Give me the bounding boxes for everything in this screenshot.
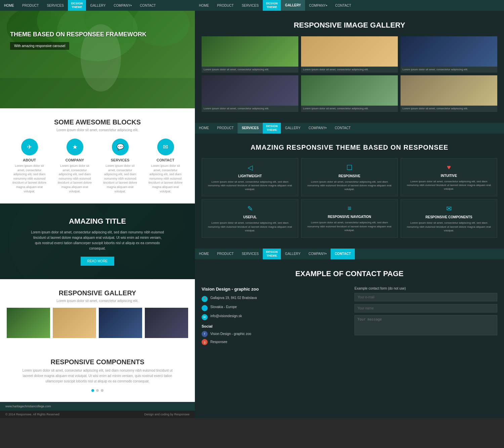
comp-title: RESPONSIVE COMPONENTS: [7, 358, 188, 366]
dark-text: Lorem ipsum dolor sit amet, consectetur …: [30, 230, 165, 251]
left-nav-company[interactable]: COMPANY: [110, 0, 136, 11]
gp-img-2: [301, 36, 398, 67]
gp-item-1[interactable]: Lorem ipsum dolor sit amet, consectetur …: [202, 36, 298, 73]
sp-nav-company[interactable]: COMPANY: [304, 123, 331, 134]
email-icon: ✉: [202, 314, 208, 320]
gp-img-4: [202, 75, 298, 106]
cp-nav-company[interactable]: COMPANY: [304, 249, 331, 259]
footer-url: www.haritagechristiancollege.com: [5, 405, 51, 408]
intuitive-icon: ♥: [404, 163, 494, 171]
hero-button[interactable]: With amazing responsive carousel: [10, 42, 69, 50]
hero-title: THEME BASED ON RESPONSEE FRAMEWORK: [10, 31, 185, 38]
social-google-text: Responsee: [210, 340, 227, 344]
contact-address-item: 📍 Gallajova 19, 841 02 Bratislava: [202, 296, 344, 302]
name-field[interactable]: [354, 304, 497, 312]
comp-dot-1[interactable]: [91, 389, 94, 392]
contact-icon: ✉: [157, 139, 174, 155]
left-nav-design-theme[interactable]: DESIGNTHEME: [68, 0, 86, 11]
gp-nav-services[interactable]: SERVICES: [238, 0, 262, 11]
gp-nav-home[interactable]: HOME: [195, 0, 213, 11]
sp-nav-design-theme[interactable]: DESIGNTHEME: [263, 123, 281, 134]
gallery-section: RESPONSIVE GALLERY Lorem ipsum dolor sit…: [0, 279, 195, 348]
gp-item-3[interactable]: Lorem ipsum dolor sit amet, consectetur …: [401, 36, 497, 73]
gp-nav-design-theme[interactable]: DESIGNTHEME: [263, 0, 281, 11]
gallery-thumb-2[interactable]: Lorem ipsum dolor sit amet, consectetur …: [53, 308, 96, 338]
contact-label: CONTACT: [147, 158, 184, 162]
gp-item-4[interactable]: Lorem ipsum dolor sit amet, consectetur …: [202, 75, 298, 112]
gp-nav-company[interactable]: COMPANY: [305, 0, 331, 11]
cp-nav-home[interactable]: HOME: [195, 249, 213, 259]
contact-region-item: 🌐 Slovakia - Europe: [202, 305, 344, 311]
gp-nav-product[interactable]: PRODUCT: [213, 0, 238, 11]
cp-nav-contact[interactable]: CONTACT: [331, 249, 355, 259]
nav-label: RESPONSIVE NAVIGATION: [305, 215, 394, 219]
gp-cap-5: Lorem ipsum dolor sit amet, consectetur …: [301, 106, 398, 112]
contact-region: Slovakia - Europe: [210, 305, 237, 309]
footer-copy-text: © 2014 Responsee. All Rights Reserved: [5, 413, 59, 416]
services-title: AMAZING RESPONSIVE THEME BASED ON RESPON…: [202, 144, 497, 151]
comp-dot-2[interactable]: [96, 389, 99, 392]
contact-page-title: EXAMPLE OF CONTACT PAGE: [202, 269, 497, 278]
gallery-thumb-4[interactable]: Lorem ipsum dolor sit amet, consectetur …: [145, 308, 188, 338]
sp-nav-services[interactable]: SERVICES: [238, 123, 262, 134]
social-facebook-text: Vision Design - graphic zoo: [210, 332, 251, 336]
form-label: Example contact form (do not use): [354, 287, 497, 290]
facebook-icon: f: [202, 331, 208, 337]
components-text: Lorem ipsum dolor sit amet, consectetur …: [404, 221, 494, 232]
services-icon: 💬: [112, 139, 129, 155]
useful-label: USEFUL: [205, 215, 295, 219]
contact-content: Vision Design - graphic zoo 📍 Gallajova …: [202, 287, 497, 347]
block-company: ★ COMPANY Lorem ipsum dolor sit amet, co…: [56, 139, 93, 193]
contact-page-nav: HOME PRODUCT SERVICES DESIGNTHEME GALLER…: [195, 249, 504, 259]
lightweight-label: LIGHTWEIGHT: [205, 174, 295, 178]
contact-text: Lorem ipsum dolor sit amet, consectetur …: [147, 164, 184, 193]
cp-nav-gallery[interactable]: GALLERY: [281, 249, 304, 259]
gp-item-2[interactable]: Lorem ipsum dolor sit amet, consectetur …: [301, 36, 398, 73]
blocks-grid: ✈ ABOUT Lorem ipsum dolor sit amet, cons…: [7, 139, 188, 193]
sp-nav-gallery[interactable]: GALLERY: [281, 123, 304, 134]
gp-nav-gallery[interactable]: GALLERY: [281, 0, 305, 11]
gp-cap-2: Lorem ipsum dolor sit amet, consectetur …: [301, 67, 398, 73]
service-responsive: ☐ RESPONSIVE Lorem ipsum dolor sit amet,…: [301, 158, 398, 197]
address-icon: 📍: [202, 296, 208, 302]
gp-item-5[interactable]: Lorem ipsum dolor sit amet, consectetur …: [301, 75, 398, 112]
gp-item-6[interactable]: Lorem ipsum dolor sit amet, consectetur …: [401, 75, 497, 112]
left-nav-contact[interactable]: CONTACT: [136, 0, 160, 11]
lightweight-text: Lorem ipsum dolor sit amet, consectetur …: [205, 180, 295, 191]
gp-nav-contact[interactable]: CONTACT: [331, 0, 355, 11]
left-nav-gallery[interactable]: GALLERY: [86, 0, 110, 11]
block-about: ✈ ABOUT Lorem ipsum dolor sit amet, cons…: [11, 139, 48, 193]
block-contact: ✉ CONTACT Lorem ipsum dolor sit amet, co…: [147, 139, 184, 193]
contact-email-item: ✉ info@visiondesign.sk: [202, 314, 344, 320]
gallery-thumb-3[interactable]: Lorem ipsum dolor sit amet, consectetur …: [99, 308, 142, 338]
cp-nav-product[interactable]: PRODUCT: [213, 249, 238, 259]
contact-address: Gallajova 19, 841 02 Bratislava: [210, 296, 257, 300]
sp-nav-product[interactable]: PRODUCT: [213, 123, 238, 134]
services-label: SERVICES: [102, 158, 139, 162]
gp-cap-6: Lorem ipsum dolor sit amet, consectetur …: [401, 106, 497, 112]
read-more-button[interactable]: READ MORE: [81, 257, 115, 266]
components-section: RESPONSIVE COMPONENTS Lorem ipsum dolor …: [0, 348, 195, 402]
useful-icon: ✎: [205, 204, 295, 213]
left-nav: HOME PRODUCT SERVICES DESIGNTHEME GALLER…: [0, 0, 195, 11]
left-nav-services[interactable]: SERVICES: [43, 0, 68, 11]
services-text: Lorem ipsum dolor sit amet, consectetur …: [102, 164, 139, 193]
sp-nav-home[interactable]: HOME: [195, 123, 213, 134]
gp-cap-1: Lorem ipsum dolor sit amet, consectetur …: [202, 67, 298, 73]
company-label: COMPANY: [56, 158, 93, 162]
cp-nav-design-theme[interactable]: DESIGNTHEME: [263, 249, 281, 259]
comp-dot-3[interactable]: [101, 389, 103, 392]
blocks-section: SOME AWESOME BLOCKS Lorem ipsum dolor si…: [0, 108, 195, 203]
left-nav-home[interactable]: HOME: [0, 0, 18, 11]
cp-nav-services[interactable]: SERVICES: [238, 249, 262, 259]
message-field[interactable]: [354, 315, 497, 335]
hero-section: THEME BASED ON RESPONSEE FRAMEWORK With …: [0, 11, 195, 108]
components-label: RESPONSIVE COMPONENTS: [404, 215, 494, 219]
gp-img-6: [401, 75, 497, 106]
left-nav-product[interactable]: PRODUCT: [18, 0, 43, 11]
gallery-thumb-1[interactable]: Lorem ipsum dolor sit amet, consectetur …: [7, 308, 50, 338]
email-field[interactable]: [354, 293, 497, 301]
sp-nav-contact[interactable]: CONTACT: [331, 123, 355, 134]
footer-copy: © 2014 Responsee. All Rights Reserved De…: [0, 411, 195, 418]
services-page: AMAZING RESPONSIVE THEME BASED ON RESPON…: [195, 134, 504, 248]
